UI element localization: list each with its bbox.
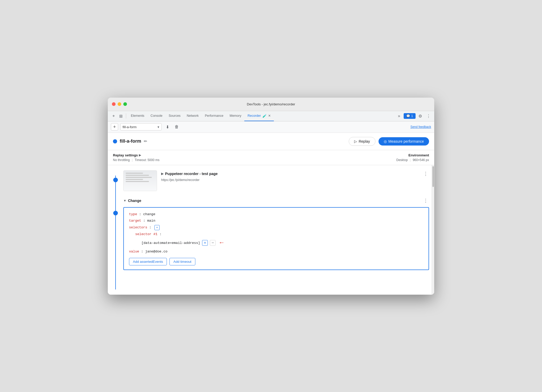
replay-settings-details: No throttling | Timeout: 5000 ms	[113, 158, 396, 162]
timeout-label: Timeout: 5000 ms	[135, 158, 160, 162]
thumb-line-3	[126, 177, 152, 178]
scrollbar-thumb[interactable]	[432, 166, 434, 187]
close-button[interactable]	[112, 102, 116, 106]
chat-button[interactable]: 💬 1	[404, 113, 416, 119]
recording-title-area: fill-a-form ✏	[113, 139, 349, 144]
replay-settings-title: Replay settings ▶	[113, 153, 396, 157]
measure-label: Measure performance	[388, 139, 424, 143]
code-selectors-line: selectors : ⌖	[129, 225, 423, 230]
thumb-line-2	[126, 175, 149, 176]
code-target-line: target : main	[129, 218, 423, 223]
step-node-1	[113, 178, 118, 182]
recorder-close-icon[interactable]: ✕	[268, 114, 271, 118]
page-step-header: ▶ Puppeteer recorder - test page ⋮	[161, 170, 429, 177]
recording-select[interactable]: fill-a-form ▾	[120, 123, 162, 130]
settings-bar: Replay settings ▶ No throttling | Timeou…	[108, 150, 434, 165]
expand-icon-btn[interactable]: ⊞	[117, 112, 124, 120]
titlebar: DevTools - jec.fyi/demo/recorder	[108, 98, 434, 111]
resolution-label: 960×546 px	[413, 158, 429, 162]
type-colon: :	[139, 212, 143, 216]
more-options-icon-btn[interactable]: ⋮	[425, 112, 432, 120]
selector-value: [data-automate=email-address]	[141, 241, 200, 246]
code-type-line: type : change	[129, 212, 423, 217]
settings-expand-icon[interactable]: ▶	[139, 154, 141, 157]
delete-icon: 🗑	[175, 125, 179, 129]
page-url: https://jec.fyi/demo/recorder	[161, 178, 429, 182]
replay-play-icon: ▷	[354, 139, 357, 143]
recorder-content: fill-a-form ✏ ▷ Replay ◎ Measure perform…	[108, 133, 434, 295]
recording-actions: ▷ Replay ◎ Measure performance	[349, 137, 429, 146]
tab-recorder-label: Recorder	[247, 114, 261, 118]
recording-status-dot	[113, 139, 117, 143]
step2-more-menu-icon[interactable]: ⋮	[422, 197, 429, 204]
recording-header: fill-a-form ✏ ▷ Replay ◎ Measure perform…	[108, 133, 434, 150]
maximize-button[interactable]	[123, 102, 127, 106]
change-title-text: Change	[128, 199, 141, 203]
step-node-2	[113, 211, 118, 215]
code-value-line: value : jane@doe.co	[129, 249, 423, 254]
action-buttons: Add assertedEvents Add timeout	[129, 258, 423, 265]
value-key: value	[129, 250, 139, 253]
selector-add-button[interactable]: +	[202, 240, 208, 246]
cursor-icon-btn[interactable]: ⌖	[110, 112, 117, 120]
step-expand-triangle[interactable]: ▶	[161, 172, 163, 176]
selector-colon2: :	[160, 232, 162, 236]
recording-title: fill-a-form	[120, 139, 141, 144]
tab-recorder[interactable]: Recorder 🧪 ✕	[244, 111, 274, 121]
edit-title-icon[interactable]: ✏	[144, 139, 147, 144]
scrollbar-track[interactable]	[432, 165, 434, 295]
value-colon: :	[141, 250, 145, 253]
no-throttling-label: No throttling	[113, 158, 130, 162]
target-key: target	[129, 219, 141, 223]
type-key: type	[129, 212, 137, 216]
window-title: DevTools - jec.fyi/demo/recorder	[247, 102, 295, 106]
send-feedback-link[interactable]: Send feedback	[410, 125, 431, 129]
recorder-toolbar: + fill-a-form ▾ ⬇ 🗑 Send feedback	[108, 121, 434, 133]
measure-icon: ◎	[384, 139, 387, 143]
tab-elements[interactable]: Elements	[128, 111, 147, 121]
tab-separator	[126, 113, 126, 119]
tab-memory[interactable]: Memory	[226, 111, 244, 121]
step-change-title: ▼ Change	[123, 199, 141, 203]
tab-network[interactable]: Network	[184, 111, 202, 121]
target-value: main	[147, 219, 155, 223]
page-title-text: Puppeteer recorder - test page	[165, 172, 218, 176]
step1-more-menu-icon[interactable]: ⋮	[422, 170, 429, 177]
step-change-header: ▼ Change ⋮	[123, 197, 429, 204]
chat-icon: 💬	[406, 114, 410, 118]
devtools-window: DevTools - jec.fyi/demo/recorder ⌖ ⊞ Ele…	[108, 98, 434, 295]
settings-icon-btn[interactable]: ⚙	[417, 112, 424, 120]
add-icon: +	[113, 124, 116, 130]
add-asserted-events-button[interactable]: Add assertedEvents	[129, 258, 167, 265]
add-recording-button[interactable]: +	[111, 123, 118, 130]
environment-details: Desktop | 960×546 px	[396, 158, 429, 162]
selector-remove-button[interactable]: −	[210, 240, 216, 246]
tab-performance[interactable]: Performance	[202, 111, 227, 121]
tab-sources[interactable]: Sources	[166, 111, 184, 121]
thumbnail-inner	[124, 171, 157, 191]
page-thumbnail	[123, 170, 157, 191]
add-timeout-button[interactable]: Add timeout	[169, 258, 195, 265]
measure-performance-button[interactable]: ◎ Measure performance	[379, 137, 429, 146]
thumb-content	[124, 171, 157, 185]
code-selector-value-line: [data-automate=email-address] + − ←	[129, 238, 423, 248]
red-arrow-icon: ←	[220, 238, 223, 248]
tab-console[interactable]: Console	[147, 111, 166, 121]
change-collapse-icon[interactable]: ▼	[123, 199, 126, 202]
devtools-right-icons: » 💬 1 ⚙ ⋮	[395, 112, 432, 120]
selector-cursor-btn[interactable]: ⌖	[154, 225, 160, 230]
selector-number-key: selector #1	[135, 232, 158, 236]
delete-recording-button[interactable]: 🗑	[173, 123, 180, 130]
steps-timeline	[108, 170, 123, 289]
steps-area: ▶ Puppeteer recorder - test page ⋮ https…	[108, 165, 434, 295]
minimize-button[interactable]	[118, 102, 121, 106]
type-value: change	[143, 212, 155, 216]
replay-button[interactable]: ▷ Replay	[349, 137, 375, 146]
replay-settings: Replay settings ▶ No throttling | Timeou…	[113, 153, 396, 162]
value-value: jane@doe.co	[145, 250, 167, 253]
export-recording-button[interactable]: ⬇	[164, 123, 171, 130]
settings-separator: |	[132, 158, 133, 162]
more-tabs-icon[interactable]: »	[395, 112, 403, 120]
desktop-label: Desktop	[396, 158, 408, 162]
chat-count: 1	[411, 114, 413, 118]
